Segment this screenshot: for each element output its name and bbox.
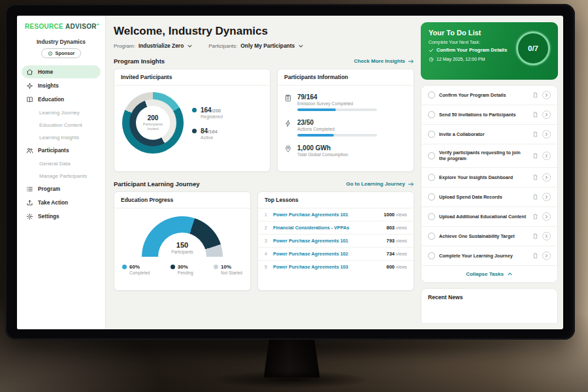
task-checkbox[interactable] <box>428 131 435 138</box>
sidebar-item-label: Learning Journey <box>39 110 80 116</box>
task-row[interactable]: Upload Spend Data Records <box>421 188 557 207</box>
lesson-row[interactable]: 4 Power Purchase Agreements 102 734views <box>258 248 414 261</box>
task-checkbox[interactable] <box>428 91 435 99</box>
legend-item-not-started: 10% Not Started <box>214 264 242 275</box>
task-row[interactable]: Achieve One Sustainability Target <box>421 227 557 246</box>
legend-dot-pending <box>171 265 175 269</box>
education-gauge-chart: 150 Participants <box>142 216 223 258</box>
emission-progress-bar <box>297 108 377 111</box>
sidebar-item-take-action[interactable]: Take Action <box>22 196 101 209</box>
gauge-center-label: Participants <box>158 250 206 254</box>
donut-center-label: Participants Invited <box>136 122 170 131</box>
sidebar-item-program[interactable]: Program <box>22 182 101 195</box>
program-select[interactable]: Industrialize Zero <box>139 42 193 49</box>
lesson-link[interactable]: Power Purchase Agreements 102 <box>273 251 382 257</box>
sidebar-item-participants[interactable]: Participants <box>22 144 101 157</box>
collapse-tasks-button[interactable]: Collapse Tasks <box>421 266 557 282</box>
card-title: Participants Information <box>278 69 414 86</box>
chevron-right-icon[interactable] <box>542 252 551 260</box>
task-row[interactable]: Send 50 Invitations to Participants <box>421 105 557 125</box>
check-more-insights-link[interactable]: Check More Insights <box>354 58 414 65</box>
lesson-link[interactable]: Financial Considerations - VPPAs <box>273 225 382 231</box>
legend-dot-registered <box>192 108 197 112</box>
sidebar-item-label: Insights <box>38 82 59 89</box>
insights-cards-row: Invited Participants 200 Participants In… <box>114 69 414 172</box>
chevron-right-icon[interactable] <box>542 232 551 240</box>
chevron-right-icon[interactable] <box>542 193 551 201</box>
sidebar-item-insights[interactable]: Insights <box>22 79 101 92</box>
task-row[interactable]: Confirm Your Program Details <box>421 86 557 105</box>
todo-progress-ring: 0/7 <box>516 31 550 65</box>
sidebar-item-label: Program <box>38 186 60 192</box>
task-checkbox[interactable] <box>428 111 435 118</box>
lesson-row[interactable]: 3 Power Purchase Agreements 101 793views <box>258 235 414 248</box>
chevron-right-icon[interactable] <box>542 212 551 221</box>
todo-tasks-card: Confirm Your Program Details Send 50 Inv… <box>421 85 558 283</box>
task-checkbox[interactable] <box>428 193 435 201</box>
participants-select[interactable]: Only My Participants <box>240 42 304 49</box>
sidebar-item-education[interactable]: Education <box>22 93 101 106</box>
task-row[interactable]: Invite a Collaborator <box>421 125 557 144</box>
chevron-right-icon[interactable] <box>542 152 551 160</box>
lesson-link[interactable]: Power Purchase Agreements 101 <box>273 212 380 218</box>
sidebar-item-general-data[interactable]: General Data <box>22 157 101 169</box>
task-row[interactable]: Verify participants requesting to join t… <box>421 144 557 168</box>
chevron-right-icon[interactable] <box>542 91 551 99</box>
task-row[interactable]: Complete Your Learning Journey <box>421 246 557 266</box>
legend-dot-not-started <box>214 265 218 269</box>
home-icon <box>26 69 33 76</box>
program-filter-label: Program: <box>114 43 135 49</box>
insights-icon <box>26 82 33 90</box>
gauge-center-value: 150 <box>158 241 206 249</box>
chevron-right-icon[interactable] <box>542 173 551 182</box>
todo-title: Your To Do List <box>429 29 511 37</box>
clock-icon <box>429 57 434 62</box>
legend-dot-completed <box>122 265 127 269</box>
task-checkbox[interactable] <box>428 252 435 259</box>
program-select-value: Industrialize Zero <box>139 42 184 49</box>
sidebar-item-education-content[interactable]: Education Content <box>22 119 101 131</box>
todo-due-date: 12 May 2025, 12:00 PM <box>429 56 511 62</box>
sidebar-item-manage-participants[interactable]: Manage Participants <box>22 170 101 182</box>
chevron-right-icon[interactable] <box>542 130 551 139</box>
chevron-down-icon <box>187 43 193 49</box>
sidebar-item-settings[interactable]: Settings <box>22 210 101 223</box>
lesson-row[interactable]: 5 Power Purchase Agreements 103 600views <box>258 261 414 273</box>
lesson-row[interactable]: 1 Power Purchase Agreements 101 1000view… <box>258 208 414 221</box>
document-icon <box>532 233 538 239</box>
donut-legend: 164/200 Registered 84/164 Active <box>192 106 223 140</box>
sidebar-item-label: Participants <box>38 147 69 154</box>
document-icon <box>532 194 538 200</box>
sidebar-item-home[interactable]: Home <box>22 65 101 78</box>
lesson-link[interactable]: Power Purchase Agreements 101 <box>273 238 382 244</box>
recent-news-title: Recent News <box>428 294 463 301</box>
task-row[interactable]: Explore Your Insights Dashboard <box>421 168 557 188</box>
sidebar-item-label: Education <box>38 96 64 103</box>
task-checkbox[interactable] <box>428 174 435 181</box>
sidebar-item-label: Home <box>38 69 53 75</box>
participants-icon <box>26 147 33 154</box>
sidebar: RESOURCEADVISOR+ Industry Dynamics Spons… <box>17 16 106 329</box>
go-to-learning-journey-link[interactable]: Go to Learning Journey <box>346 181 414 188</box>
sidebar-item-label: Education Content <box>39 122 82 128</box>
org-name: Industry Dynamics <box>17 39 105 45</box>
donut-center: 200 Participants Invited <box>136 106 170 140</box>
sponsor-label: Sponsor <box>56 50 75 56</box>
sponsor-icon <box>48 51 53 56</box>
task-checkbox[interactable] <box>428 233 435 240</box>
chevron-right-icon[interactable] <box>542 110 551 119</box>
sidebar-item-learning-journey[interactable]: Learning Journey <box>22 106 101 118</box>
sidebar-item-learning-insights[interactable]: Learning Insights <box>22 131 101 143</box>
invited-donut-chart: 200 Participants Invited <box>122 92 184 154</box>
task-checkbox[interactable] <box>428 152 435 159</box>
legend-item-completed: 60% Completed <box>122 264 150 275</box>
task-row[interactable]: Upload Additional Educational Content <box>421 207 557 227</box>
invited-participants-card: Invited Participants 200 Participants In… <box>114 69 270 172</box>
lesson-link[interactable]: Power Purchase Agreements 103 <box>273 264 382 270</box>
legend-dot-active <box>192 129 197 133</box>
document-icon <box>532 112 538 118</box>
card-title: Top Lessons <box>258 192 414 208</box>
task-checkbox[interactable] <box>428 213 435 220</box>
todo-subtitle: Complete Your Next Task: <box>429 40 511 44</box>
lesson-row[interactable]: 2 Financial Considerations - VPPAs 803vi… <box>258 221 414 235</box>
